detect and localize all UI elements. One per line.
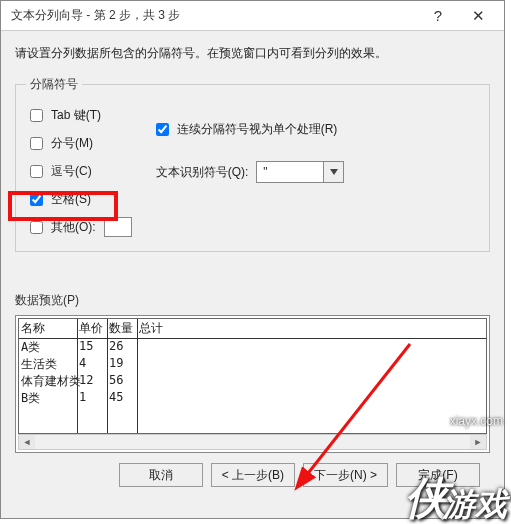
preview-header: 总计 xyxy=(137,319,486,339)
preview-cell xyxy=(137,339,486,356)
space-checkbox[interactable] xyxy=(30,193,43,206)
delimiters-group: 分隔符号 Tab 键(T) 分号(M) 逗号(C) xyxy=(15,76,490,252)
wizard-window: 文本分列向导 - 第 2 步，共 3 步 ? ✕ 请设置分列数据所包含的分隔符号… xyxy=(0,0,505,519)
chevron-down-icon[interactable] xyxy=(324,161,344,183)
next-button[interactable]: 下一步(N) > xyxy=(303,463,388,487)
cancel-button[interactable]: 取消 xyxy=(119,463,203,487)
preview-box: 名称单价数量总计A类1526生活类419体育建材类1256B类145 ◄ ► xyxy=(15,315,490,453)
preview-cell: 45 xyxy=(107,390,137,407)
preview-cell: 12 xyxy=(77,373,107,390)
preview-scrollbar[interactable]: ◄ ► xyxy=(18,434,487,450)
back-button[interactable]: < 上一步(B) xyxy=(211,463,295,487)
tab-label: Tab 键(T) xyxy=(51,107,101,124)
preview-cell: 26 xyxy=(107,339,137,356)
preview-cell: A类 xyxy=(19,339,77,356)
other-input[interactable] xyxy=(104,217,132,237)
preview-cell xyxy=(137,390,486,407)
delimiters-legend: 分隔符号 xyxy=(26,76,82,93)
comma-label: 逗号(C) xyxy=(51,163,92,180)
tab-checkbox[interactable] xyxy=(30,109,43,122)
other-checkbox[interactable] xyxy=(30,221,43,234)
help-button[interactable]: ? xyxy=(418,2,458,30)
scroll-right-icon[interactable]: ► xyxy=(470,435,486,449)
preview-label: 数据预览(P) xyxy=(15,292,490,309)
comma-checkbox[interactable] xyxy=(30,165,43,178)
preview-cell: 56 xyxy=(107,373,137,390)
preview-header: 名称 xyxy=(19,319,77,339)
preview-cell: 1 xyxy=(77,390,107,407)
consecutive-label: 连续分隔符号视为单个处理(R) xyxy=(177,121,338,138)
finish-button[interactable]: 完成(F) xyxy=(396,463,480,487)
space-label: 空格(S) xyxy=(51,191,91,208)
semicolon-checkbox[interactable] xyxy=(30,137,43,150)
qualifier-value: " xyxy=(263,165,267,179)
button-row: 取消 < 上一步(B) 下一步(N) > 完成(F) xyxy=(15,453,490,487)
other-label: 其他(O): xyxy=(51,219,96,236)
scroll-left-icon[interactable]: ◄ xyxy=(19,435,35,449)
semicolon-label: 分号(M) xyxy=(51,135,93,152)
preview-cell: B类 xyxy=(19,390,77,407)
preview-header: 数量 xyxy=(107,319,137,339)
consecutive-checkbox[interactable] xyxy=(156,123,169,136)
qualifier-label: 文本识别符号(Q): xyxy=(156,164,249,181)
preview-cell xyxy=(137,373,486,390)
preview-cell: 体育建材类 xyxy=(19,373,77,390)
preview-grid: 名称单价数量总计A类1526生活类419体育建材类1256B类145 xyxy=(18,318,487,434)
titlebar: 文本分列向导 - 第 2 步，共 3 步 ? ✕ xyxy=(1,1,504,31)
qualifier-select[interactable]: " xyxy=(256,161,344,183)
close-button[interactable]: ✕ xyxy=(458,2,498,30)
instruction-text: 请设置分列数据所包含的分隔符号。在预览窗口内可看到分列的效果。 xyxy=(15,45,490,62)
preview-cell: 4 xyxy=(77,356,107,373)
scroll-track[interactable] xyxy=(35,435,470,449)
window-title: 文本分列向导 - 第 2 步，共 3 步 xyxy=(11,7,418,24)
preview-header: 单价 xyxy=(77,319,107,339)
preview-cell xyxy=(137,356,486,373)
preview-cell: 19 xyxy=(107,356,137,373)
preview-cell: 生活类 xyxy=(19,356,77,373)
preview-cell: 15 xyxy=(77,339,107,356)
